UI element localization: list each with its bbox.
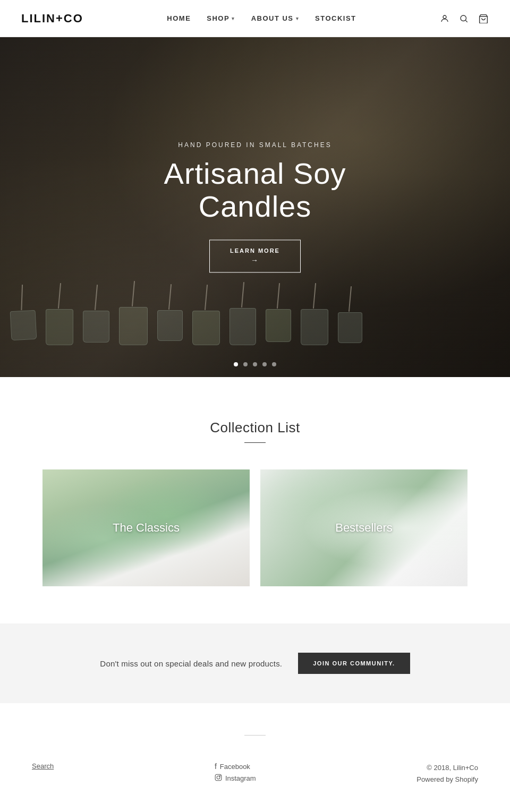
slide-indicators — [234, 362, 276, 366]
slide-dot-4[interactable] — [262, 362, 267, 366]
slide-dot-1[interactable] — [234, 362, 238, 366]
collection-classics[interactable]: The Classics — [42, 469, 250, 586]
svg-rect-4 — [215, 774, 222, 781]
newsletter-text: Don't miss out on special deals and new … — [100, 659, 282, 668]
search-icon[interactable] — [459, 14, 469, 23]
svg-point-6 — [220, 775, 220, 776]
instagram-link[interactable]: Instagram — [215, 774, 256, 783]
instagram-icon — [215, 774, 222, 783]
cart-icon[interactable] — [478, 14, 489, 23]
site-footer: Search f Facebook Instagram © 2018, Lili… — [0, 751, 510, 807]
slide-dot-5[interactable] — [272, 362, 276, 366]
hero-section: HAND POURED IN SMALL BATCHES Artisanal S… — [0, 37, 510, 377]
arrow-icon: → — [230, 257, 280, 265]
newsletter-section: Don't miss out on special deals and new … — [0, 623, 510, 703]
hero-content: HAND POURED IN SMALL BATCHES Artisanal S… — [128, 141, 382, 272]
join-community-button[interactable]: JOIN OUR COMMUNITY. — [298, 653, 410, 674]
slide-dot-3[interactable] — [253, 362, 257, 366]
footer-social: f Facebook Instagram — [215, 762, 256, 783]
svg-line-2 — [465, 20, 467, 22]
nav-home[interactable]: HOME — [167, 14, 191, 22]
svg-point-0 — [443, 15, 446, 19]
nav-icons — [440, 14, 489, 23]
bestsellers-label: Bestsellers — [335, 521, 393, 535]
account-icon[interactable] — [440, 14, 449, 23]
classics-label: The Classics — [113, 521, 180, 535]
collection-bestsellers[interactable]: Bestsellers — [260, 469, 468, 586]
facebook-link[interactable]: f Facebook — [215, 762, 250, 771]
main-nav: HOME SHOP ▾ ABOUT US ▾ STOCKIST — [167, 14, 356, 22]
collection-title: Collection List — [42, 420, 468, 436]
search-link[interactable]: Search — [32, 762, 54, 770]
nav-stockist[interactable]: STOCKIST — [315, 14, 356, 22]
section-divider — [244, 442, 266, 443]
hero-subtitle: HAND POURED IN SMALL BATCHES — [128, 141, 382, 149]
footer-copyright: © 2018, Lilin+Co Powered by Shopify — [416, 762, 478, 785]
collection-grid: The Classics Bestsellers — [42, 469, 468, 586]
footer-search: Search — [32, 762, 54, 770]
chevron-down-icon: ▾ — [232, 16, 235, 21]
nav-about[interactable]: ABOUT US ▾ — [251, 14, 299, 22]
learn-more-button[interactable]: LEARN MORE → — [209, 240, 301, 273]
svg-point-5 — [217, 776, 220, 779]
svg-point-1 — [461, 15, 466, 21]
site-logo[interactable]: LILIN+CO — [21, 12, 83, 25]
chevron-down-icon: ▾ — [296, 16, 300, 21]
facebook-icon: f — [215, 762, 217, 771]
nav-shop[interactable]: SHOP ▾ — [207, 14, 235, 22]
hero-title: Artisanal Soy Candles — [128, 157, 382, 223]
site-header: LILIN+CO HOME SHOP ▾ ABOUT US ▾ STOCKIST — [0, 0, 510, 37]
newsletter-inner: Don't miss out on special deals and new … — [21, 653, 489, 674]
footer-divider — [244, 735, 266, 736]
collection-section: Collection List The Classics Bestsellers — [0, 377, 510, 623]
footer-spacer — [0, 703, 510, 751]
slide-dot-2[interactable] — [243, 362, 248, 366]
